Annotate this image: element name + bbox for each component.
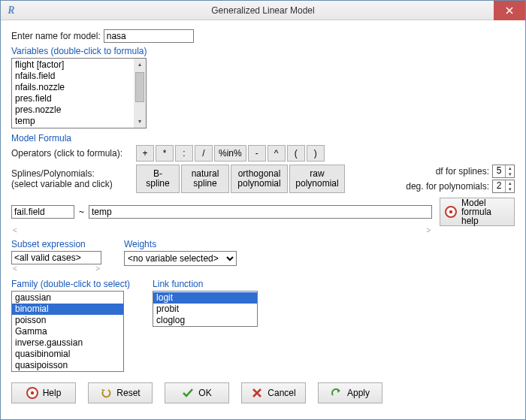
reset-button-label: Reset xyxy=(116,388,140,398)
apply-button-label: Apply xyxy=(347,388,370,398)
model-formula-heading: Model Formula xyxy=(11,133,515,144)
formula-tilde: ~ xyxy=(74,207,89,217)
hscroll-right-icon[interactable]: > xyxy=(95,264,100,273)
help-icon xyxy=(26,387,38,399)
list-item[interactable]: pres.nozzle xyxy=(12,104,146,116)
list-item[interactable]: gaussian xyxy=(12,292,123,304)
spin-up-icon[interactable]: ▴ xyxy=(506,180,514,186)
model-formula-help-button[interactable]: Model formula help xyxy=(440,198,515,226)
op-star-button[interactable]: * xyxy=(156,145,174,162)
reset-button[interactable]: Reset xyxy=(88,382,153,403)
family-heading: Family (double-click to select) xyxy=(11,279,130,289)
list-item[interactable]: flight [factor] xyxy=(12,59,146,71)
list-item[interactable]: logit xyxy=(153,292,257,304)
list-item[interactable]: Gamma xyxy=(12,326,123,337)
spin-down-icon[interactable]: ▾ xyxy=(506,186,514,192)
op-caret-button[interactable]: ^ xyxy=(268,145,286,162)
family-listbox[interactable]: gaussian binomial poisson Gamma inverse.… xyxy=(11,291,124,372)
hscroll-right-icon[interactable]: > xyxy=(426,226,431,234)
list-item[interactable]: temp xyxy=(12,116,146,127)
close-button[interactable] xyxy=(494,1,525,20)
op-plus-button[interactable]: + xyxy=(136,145,154,162)
list-item[interactable]: probit xyxy=(153,304,257,315)
formula-rhs-input[interactable] xyxy=(89,205,432,219)
check-icon xyxy=(182,387,194,399)
subset-input[interactable] xyxy=(11,251,101,264)
ok-button[interactable]: OK xyxy=(165,382,229,403)
scroll-up-icon[interactable]: ▴ xyxy=(138,59,141,71)
variables-heading: Variables (double-click to formula) xyxy=(11,46,515,56)
link-listbox[interactable]: logit probit cloglog xyxy=(153,291,258,327)
model-formula-help-label: Model formula help xyxy=(461,198,509,225)
operators-label: Operators (click to formula): xyxy=(11,148,132,159)
op-colon-button[interactable]: : xyxy=(175,145,193,162)
formula-lhs-input[interactable] xyxy=(11,205,74,219)
variables-listbox[interactable]: flight [factor] nfails.field nfails.nozz… xyxy=(11,58,147,128)
deg-poly-spinner[interactable]: 2 ▴▾ xyxy=(492,180,515,193)
cancel-button[interactable]: Cancel xyxy=(241,382,306,403)
deg-poly-label: deg. for polynomials: xyxy=(406,181,489,192)
orthogonal-polynomial-button[interactable]: orthogonal polynomial xyxy=(231,165,288,193)
op-minus-button[interactable]: - xyxy=(248,145,266,162)
df-splines-spinner[interactable]: 5 ▴▾ xyxy=(492,165,515,178)
op-rparen-button[interactable]: ) xyxy=(307,145,325,162)
splines-label-2: (select variable and click) xyxy=(11,179,132,189)
splines-label-1: Splines/Polynomials: xyxy=(11,168,132,179)
apply-arrow-icon xyxy=(331,387,343,399)
op-lparen-button[interactable]: ( xyxy=(287,145,305,162)
bspline-button[interactable]: B-spline xyxy=(136,165,180,193)
ok-button-label: OK xyxy=(198,388,211,398)
close-icon xyxy=(506,7,513,14)
deg-poly-value: 2 xyxy=(493,180,505,192)
spin-down-icon[interactable]: ▾ xyxy=(506,171,514,177)
op-in-button[interactable]: %in% xyxy=(214,145,246,162)
list-item[interactable]: nfails.nozzle xyxy=(12,82,146,93)
raw-polynomial-button[interactable]: raw polynomial xyxy=(289,165,345,193)
undo-icon xyxy=(100,387,112,399)
variables-scrollbar[interactable]: ▴ ▾ xyxy=(134,59,146,128)
spin-up-icon[interactable]: ▴ xyxy=(506,165,514,171)
df-splines-label: df for splines: xyxy=(436,166,489,177)
help-icon xyxy=(445,206,457,218)
hscroll-left-icon[interactable]: < xyxy=(13,226,17,234)
apply-button[interactable]: Apply xyxy=(318,382,382,403)
x-icon xyxy=(251,387,263,399)
weights-heading: Weights xyxy=(124,239,237,249)
svg-point-1 xyxy=(449,210,452,213)
weights-select[interactable]: <no variable selected> xyxy=(124,251,237,266)
help-button[interactable]: Help xyxy=(11,382,76,403)
scroll-thumb[interactable] xyxy=(135,72,144,102)
list-item[interactable]: inverse.gaussian xyxy=(12,337,123,349)
list-item[interactable]: binomial xyxy=(12,304,123,315)
natural-spline-button[interactable]: natural spline xyxy=(181,165,229,193)
list-item[interactable]: quasipoisson xyxy=(12,360,123,371)
title-bar: R Generalized Linear Model xyxy=(1,1,525,20)
list-item[interactable]: quasibinomial xyxy=(12,349,123,360)
svg-point-3 xyxy=(30,391,33,394)
scroll-down-icon[interactable]: ▾ xyxy=(138,116,141,128)
list-item[interactable]: poisson xyxy=(12,315,123,326)
cancel-button-label: Cancel xyxy=(268,388,295,398)
list-item[interactable]: nfails.field xyxy=(12,71,146,82)
model-name-label: Enter name for model: xyxy=(11,31,101,41)
window-title: Generalized Linear Model xyxy=(1,5,525,16)
model-name-input[interactable] xyxy=(104,29,194,43)
hscroll-left-icon[interactable]: < xyxy=(13,264,17,273)
op-slash-button[interactable]: / xyxy=(195,145,213,162)
link-heading: Link function xyxy=(153,279,258,289)
list-item[interactable]: pres.field xyxy=(12,93,146,104)
subset-heading: Subset expression xyxy=(11,239,101,249)
help-button-label: Help xyxy=(43,388,62,398)
df-splines-value: 5 xyxy=(493,165,505,177)
list-item[interactable]: cloglog xyxy=(153,315,257,326)
